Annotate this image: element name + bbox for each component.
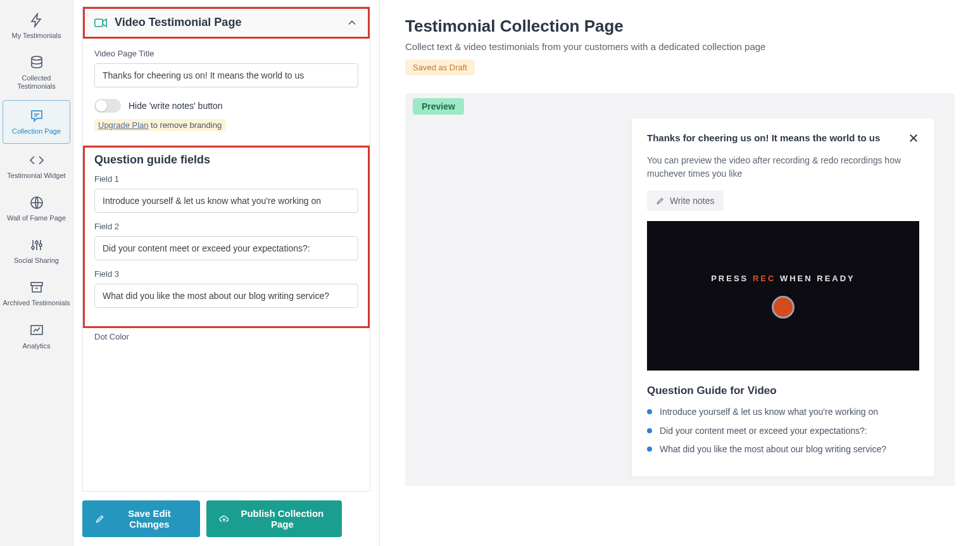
- save-button[interactable]: Save Edit Changes: [82, 500, 200, 537]
- question-guide-title: Question guide fields: [94, 153, 358, 167]
- video-title-label: Video Page Title: [94, 49, 358, 58]
- record-button[interactable]: [772, 296, 795, 319]
- sidebar: My Testimonials Collected Testimonials C…: [0, 0, 73, 546]
- sidebar-item-my-testimonials[interactable]: My Testimonials: [0, 5, 73, 48]
- video-title-input[interactable]: [94, 63, 358, 87]
- svg-point-3: [35, 241, 38, 244]
- preview-question-guide-list: Introduce yourself & let us know what yo…: [647, 406, 919, 456]
- sidebar-item-label: Collection Page: [12, 127, 61, 136]
- publish-button[interactable]: Publish Collection Page: [206, 500, 342, 537]
- field1-input[interactable]: [94, 189, 358, 213]
- preview-badge: Preview: [413, 98, 464, 115]
- sidebar-item-analytics[interactable]: Analytics: [0, 315, 73, 358]
- field1-label: Field 1: [94, 174, 358, 184]
- sidebar-item-archived[interactable]: Archived Testimonials: [0, 272, 73, 315]
- sidebar-item-collection-page[interactable]: Collection Page: [3, 100, 70, 144]
- qg-item: Introduce yourself & let us know what yo…: [647, 406, 919, 419]
- sidebar-item-label: Collected Testimonials: [3, 74, 70, 91]
- save-button-label: Save Edit Changes: [111, 508, 187, 530]
- upgrade-rest: to remove branding: [149, 120, 222, 130]
- qg-item: What did you like the most about our blo…: [647, 443, 919, 456]
- archive-icon: [29, 280, 44, 295]
- cloud-upload-icon: [219, 513, 229, 524]
- sidebar-item-label: Social Sharing: [14, 257, 59, 265]
- svg-rect-5: [31, 283, 42, 286]
- svg-point-2: [32, 246, 34, 249]
- video-instruction: PRESS REC WHEN READY: [711, 274, 855, 283]
- bolt-icon: [29, 13, 44, 28]
- code-icon: [29, 153, 44, 168]
- panel-title: Video Testimonial Page: [115, 16, 241, 29]
- publish-button-label: Publish Collection Page: [236, 508, 329, 530]
- button-row: Save Edit Changes Publish Collection Pag…: [82, 500, 370, 537]
- preview-column: Testimonial Collection Page Collect text…: [380, 0, 980, 546]
- preview-question-guide-title: Question Guide for Video: [647, 384, 919, 397]
- sidebar-item-label: Wall of Fame Page: [7, 214, 66, 222]
- write-notes-label: Write notes: [670, 196, 715, 206]
- dot-color-label: Dot Color: [83, 328, 370, 350]
- svg-rect-7: [95, 19, 103, 27]
- draft-status-badge: Saved as Draft: [405, 60, 475, 75]
- sidebar-item-label: Archived Testimonials: [3, 299, 70, 307]
- hide-notes-toggle[interactable]: [94, 99, 121, 113]
- sidebar-item-social-sharing[interactable]: Social Sharing: [0, 230, 73, 272]
- pencil-icon: [95, 513, 105, 524]
- field3-input[interactable]: [94, 284, 358, 308]
- panel-body: Video Page Title Hide 'write notes' butt…: [83, 39, 370, 143]
- chat-icon: [29, 108, 44, 124]
- preview-card-desc: You can preview the video after recordin…: [647, 154, 919, 181]
- database-icon: [29, 55, 44, 70]
- field3-label: Field 3: [94, 269, 358, 279]
- page-title: Testimonial Collection Page: [405, 16, 955, 36]
- svg-point-0: [32, 56, 42, 60]
- sidebar-item-label: Analytics: [22, 342, 50, 350]
- preview-card: Thanks for cheering us on! It means the …: [632, 118, 934, 476]
- globe-icon: [29, 195, 44, 210]
- sidebar-item-wall-of-fame[interactable]: Wall of Fame Page: [0, 187, 73, 230]
- close-icon[interactable]: [908, 132, 919, 144]
- upgrade-plan-link[interactable]: Upgrade Plan: [98, 120, 149, 130]
- sidebar-item-collected[interactable]: Collected Testimonials: [0, 48, 73, 98]
- video-recorder-preview: PRESS REC WHEN READY: [647, 221, 919, 371]
- video-icon: [94, 18, 107, 27]
- field2-input[interactable]: [94, 236, 358, 260]
- qg-item: Did your content meet or exceed your exp…: [647, 425, 919, 438]
- preview-card-title: Thanks for cheering us on! It means the …: [647, 132, 880, 143]
- field2-label: Field 2: [94, 222, 358, 231]
- panel-header-video-testimonial[interactable]: Video Testimonial Page: [83, 7, 370, 39]
- hide-notes-label: Hide 'write notes' button: [129, 101, 223, 111]
- pencil-icon: [656, 196, 665, 205]
- svg-point-4: [39, 244, 42, 246]
- chevron-up-icon: [346, 16, 358, 29]
- page-subtitle: Collect text & video testimonials from y…: [405, 41, 955, 52]
- editor-panel-scroll[interactable]: Video Testimonial Page Video Page Title …: [82, 6, 370, 492]
- chart-icon: [29, 323, 44, 338]
- upgrade-notice: Upgrade Plan to remove branding: [94, 120, 358, 130]
- preview-stage: Preview Thanks for cheering us on! It me…: [405, 93, 955, 486]
- sidebar-item-label: My Testimonials: [11, 32, 61, 40]
- write-notes-button[interactable]: Write notes: [647, 191, 724, 211]
- sidebar-item-label: Testimonial Widget: [7, 172, 65, 180]
- sidebar-item-widget[interactable]: Testimonial Widget: [0, 145, 73, 187]
- question-guide-block: Question guide fields Field 1 Field 2 Fi…: [83, 146, 370, 328]
- editor-column: Video Testimonial Page Video Page Title …: [73, 0, 380, 546]
- sliders-icon: [29, 238, 44, 253]
